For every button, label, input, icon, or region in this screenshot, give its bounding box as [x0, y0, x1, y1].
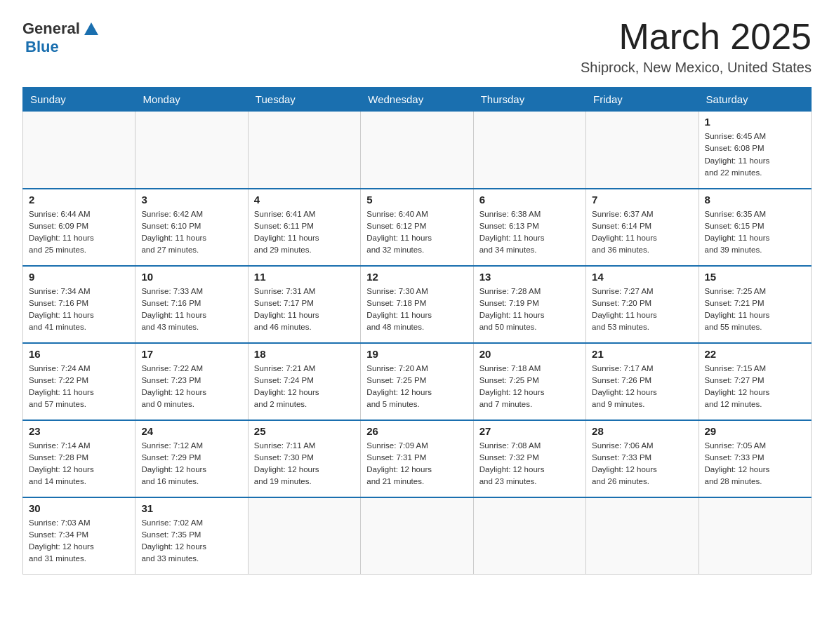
calendar-cell	[361, 497, 473, 575]
weekday-header-tuesday: Tuesday	[248, 88, 360, 112]
calendar-cell: 30Sunrise: 7:03 AM Sunset: 7:34 PM Dayli…	[23, 497, 135, 575]
day-info: Sunrise: 7:17 AM Sunset: 7:26 PM Dayligh…	[592, 363, 692, 411]
calendar-cell	[473, 112, 585, 189]
calendar-cell: 28Sunrise: 7:06 AM Sunset: 7:33 PM Dayli…	[586, 420, 699, 497]
calendar-cell: 31Sunrise: 7:02 AM Sunset: 7:35 PM Dayli…	[135, 497, 248, 575]
calendar-cell: 27Sunrise: 7:08 AM Sunset: 7:32 PM Dayli…	[473, 420, 585, 497]
day-info: Sunrise: 7:15 AM Sunset: 7:27 PM Dayligh…	[705, 363, 805, 411]
day-info: Sunrise: 7:06 AM Sunset: 7:33 PM Dayligh…	[592, 440, 692, 488]
calendar-week-3: 16Sunrise: 7:24 AM Sunset: 7:22 PM Dayli…	[23, 343, 812, 420]
calendar-cell: 1Sunrise: 6:45 AM Sunset: 6:08 PM Daylig…	[699, 112, 811, 189]
day-number: 8	[705, 194, 805, 206]
day-number: 10	[141, 271, 241, 283]
day-info: Sunrise: 7:25 AM Sunset: 7:21 PM Dayligh…	[705, 286, 805, 334]
subtitle: Shiprock, New Mexico, United States	[581, 60, 812, 76]
day-info: Sunrise: 7:09 AM Sunset: 7:31 PM Dayligh…	[366, 440, 467, 488]
day-info: Sunrise: 7:20 AM Sunset: 7:25 PM Dayligh…	[366, 363, 467, 411]
day-number: 7	[592, 194, 692, 206]
calendar-cell: 14Sunrise: 7:27 AM Sunset: 7:20 PM Dayli…	[586, 266, 699, 343]
calendar-cell: 19Sunrise: 7:20 AM Sunset: 7:25 PM Dayli…	[361, 343, 473, 420]
calendar-week-1: 2Sunrise: 6:44 AM Sunset: 6:09 PM Daylig…	[23, 189, 812, 266]
day-number: 17	[141, 348, 241, 360]
title-block: March 2025 Shiprock, New Mexico, United …	[581, 17, 812, 76]
day-number: 24	[141, 425, 241, 437]
calendar-cell: 2Sunrise: 6:44 AM Sunset: 6:09 PM Daylig…	[23, 189, 135, 266]
calendar-cell	[248, 112, 360, 189]
calendar-cell: 12Sunrise: 7:30 AM Sunset: 7:18 PM Dayli…	[361, 266, 473, 343]
calendar-cell: 21Sunrise: 7:17 AM Sunset: 7:26 PM Dayli…	[586, 343, 699, 420]
calendar-week-4: 23Sunrise: 7:14 AM Sunset: 7:28 PM Dayli…	[23, 420, 812, 497]
day-info: Sunrise: 7:05 AM Sunset: 7:33 PM Dayligh…	[705, 440, 805, 488]
day-number: 29	[705, 425, 805, 437]
calendar-cell: 9Sunrise: 7:34 AM Sunset: 7:16 PM Daylig…	[23, 266, 135, 343]
day-number: 27	[479, 425, 580, 437]
day-number: 9	[29, 271, 129, 283]
day-number: 12	[366, 271, 467, 283]
calendar-cell	[23, 112, 135, 189]
calendar-cell: 23Sunrise: 7:14 AM Sunset: 7:28 PM Dayli…	[23, 420, 135, 497]
day-number: 22	[705, 348, 805, 360]
calendar-cell: 10Sunrise: 7:33 AM Sunset: 7:16 PM Dayli…	[135, 266, 248, 343]
day-info: Sunrise: 7:22 AM Sunset: 7:23 PM Dayligh…	[141, 363, 241, 411]
day-info: Sunrise: 7:12 AM Sunset: 7:29 PM Dayligh…	[141, 440, 241, 488]
calendar-cell: 3Sunrise: 6:42 AM Sunset: 6:10 PM Daylig…	[135, 189, 248, 266]
calendar-cell: 26Sunrise: 7:09 AM Sunset: 7:31 PM Dayli…	[361, 420, 473, 497]
day-number: 31	[141, 502, 241, 514]
calendar-cell: 15Sunrise: 7:25 AM Sunset: 7:21 PM Dayli…	[699, 266, 811, 343]
calendar-cell: 25Sunrise: 7:11 AM Sunset: 7:30 PM Dayli…	[248, 420, 360, 497]
calendar-cell: 6Sunrise: 6:38 AM Sunset: 6:13 PM Daylig…	[473, 189, 585, 266]
weekday-header-sunday: Sunday	[23, 88, 135, 112]
day-info: Sunrise: 7:14 AM Sunset: 7:28 PM Dayligh…	[29, 440, 129, 488]
weekday-header-wednesday: Wednesday	[361, 88, 473, 112]
day-number: 20	[479, 348, 580, 360]
day-info: Sunrise: 7:28 AM Sunset: 7:19 PM Dayligh…	[479, 286, 580, 334]
day-info: Sunrise: 6:40 AM Sunset: 6:12 PM Dayligh…	[366, 208, 467, 257]
day-number: 6	[479, 194, 580, 206]
day-number: 11	[254, 271, 355, 283]
calendar-cell: 20Sunrise: 7:18 AM Sunset: 7:25 PM Dayli…	[473, 343, 585, 420]
day-number: 21	[592, 348, 692, 360]
day-info: Sunrise: 6:35 AM Sunset: 6:15 PM Dayligh…	[705, 208, 805, 257]
calendar-cell	[699, 497, 811, 575]
logo-text: General	[22, 20, 98, 38]
day-number: 4	[254, 194, 355, 206]
calendar-cell: 4Sunrise: 6:41 AM Sunset: 6:11 PM Daylig…	[248, 189, 360, 266]
main-title: March 2025	[581, 17, 812, 57]
day-info: Sunrise: 7:27 AM Sunset: 7:20 PM Dayligh…	[592, 286, 692, 334]
calendar-cell: 22Sunrise: 7:15 AM Sunset: 7:27 PM Dayli…	[699, 343, 811, 420]
day-number: 13	[479, 271, 580, 283]
calendar-cell	[586, 112, 699, 189]
logo-general-text: General	[22, 20, 80, 38]
logo: General Blue	[22, 17, 98, 56]
day-info: Sunrise: 7:11 AM Sunset: 7:30 PM Dayligh…	[254, 440, 355, 488]
day-info: Sunrise: 7:24 AM Sunset: 7:22 PM Dayligh…	[29, 363, 129, 411]
day-info: Sunrise: 6:42 AM Sunset: 6:10 PM Dayligh…	[141, 208, 241, 257]
day-number: 14	[592, 271, 692, 283]
calendar-cell: 18Sunrise: 7:21 AM Sunset: 7:24 PM Dayli…	[248, 343, 360, 420]
calendar-week-2: 9Sunrise: 7:34 AM Sunset: 7:16 PM Daylig…	[23, 266, 812, 343]
day-number: 15	[705, 271, 805, 283]
day-info: Sunrise: 7:33 AM Sunset: 7:16 PM Dayligh…	[141, 286, 241, 334]
day-info: Sunrise: 7:31 AM Sunset: 7:17 PM Dayligh…	[254, 286, 355, 334]
day-info: Sunrise: 6:45 AM Sunset: 6:08 PM Dayligh…	[705, 130, 805, 179]
calendar-table: SundayMondayTuesdayWednesdayThursdayFrid…	[22, 87, 812, 575]
day-number: 2	[29, 194, 129, 206]
logo-triangle-icon	[84, 22, 98, 35]
calendar-cell: 8Sunrise: 6:35 AM Sunset: 6:15 PM Daylig…	[699, 189, 811, 266]
day-info: Sunrise: 7:21 AM Sunset: 7:24 PM Dayligh…	[254, 363, 355, 411]
day-info: Sunrise: 6:44 AM Sunset: 6:09 PM Dayligh…	[29, 208, 129, 257]
day-number: 25	[254, 425, 355, 437]
weekday-header-monday: Monday	[135, 88, 248, 112]
day-info: Sunrise: 7:34 AM Sunset: 7:16 PM Dayligh…	[29, 286, 129, 334]
calendar-cell: 16Sunrise: 7:24 AM Sunset: 7:22 PM Dayli…	[23, 343, 135, 420]
calendar-cell: 29Sunrise: 7:05 AM Sunset: 7:33 PM Dayli…	[699, 420, 811, 497]
day-number: 18	[254, 348, 355, 360]
day-info: Sunrise: 6:37 AM Sunset: 6:14 PM Dayligh…	[592, 208, 692, 257]
day-number: 16	[29, 348, 129, 360]
day-number: 3	[141, 194, 241, 206]
calendar-cell: 24Sunrise: 7:12 AM Sunset: 7:29 PM Dayli…	[135, 420, 248, 497]
calendar-cell	[473, 497, 585, 575]
calendar-cell: 5Sunrise: 6:40 AM Sunset: 6:12 PM Daylig…	[361, 189, 473, 266]
day-number: 1	[705, 116, 805, 128]
day-number: 5	[366, 194, 467, 206]
